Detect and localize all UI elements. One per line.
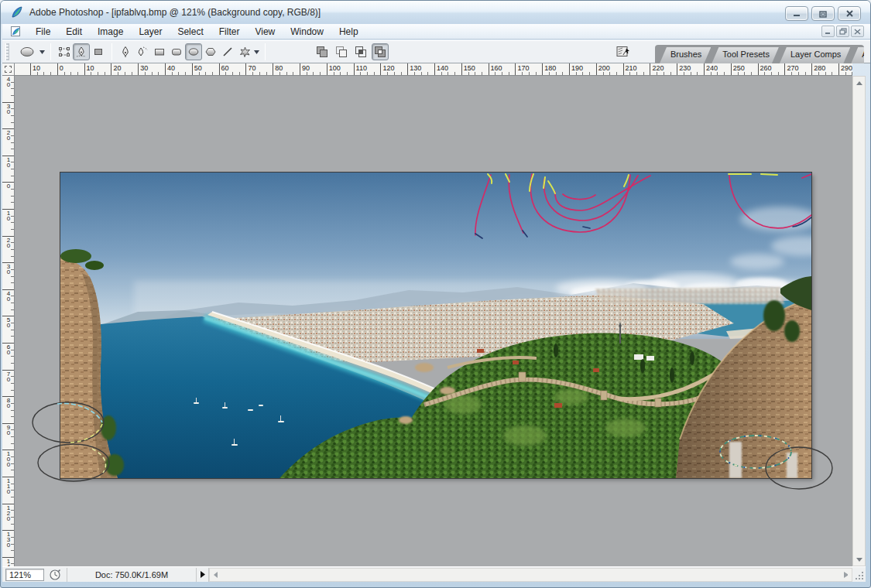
polygon-tool-button[interactable]	[202, 43, 219, 60]
menu-edit[interactable]: Edit	[58, 25, 90, 39]
h-ruler-minor-tick	[475, 72, 475, 75]
menu-filter[interactable]: Filter	[211, 25, 248, 39]
v-ruler-minor-tick	[11, 229, 14, 230]
h-ruler-label: 250	[733, 64, 745, 72]
h-ruler-minor-tick	[562, 72, 563, 75]
v-ruler-minor-tick	[11, 510, 14, 511]
menu-image[interactable]: Image	[90, 25, 131, 39]
subtract-shape-area-button[interactable]	[333, 43, 350, 60]
v-ruler-minor-tick	[11, 484, 14, 484]
scroll-up-arrow[interactable]	[853, 77, 865, 89]
h-ruler-minor-tick	[334, 72, 334, 75]
custom-shape-tool-button[interactable]	[236, 43, 253, 60]
custom-shape-dropdown-arrow[interactable]	[253, 43, 260, 60]
exclude-shape-area-button[interactable]	[372, 43, 389, 60]
vertical-ruler[interactable]: 4030201001020304050607080901001101201301…	[2, 76, 15, 566]
close-button[interactable]	[838, 6, 861, 21]
file-browser-button[interactable]	[615, 43, 632, 60]
scroll-left-arrow[interactable]	[210, 569, 221, 581]
h-ruler-minor-tick	[98, 72, 98, 75]
h-ruler-minor-tick	[576, 72, 577, 75]
h-ruler-tick	[273, 63, 273, 76]
menu-select[interactable]: Select	[170, 25, 211, 39]
ruler-origin-box[interactable]	[2, 63, 15, 76]
options-bar: BrushesTool PresetsLayer CompsActions	[2, 40, 870, 63]
add-shape-icon	[315, 45, 329, 59]
v-ruler-minor-tick	[11, 108, 14, 109]
h-ruler-minor-tick	[468, 72, 469, 75]
palette-tab-actions[interactable]: Actions	[851, 47, 864, 63]
title-bar[interactable]: Adobe Photoshop - [ipfablvq.bmp @ 121% (…	[1, 1, 870, 24]
v-ruler-minor-tick	[11, 323, 14, 323]
doc-size-info[interactable]: Doc: 750.0K/1.69M	[67, 568, 197, 582]
status-menu-arrow[interactable]	[197, 568, 209, 582]
scroll-right-arrow[interactable]	[840, 569, 852, 581]
h-ruler-minor-tick	[609, 72, 610, 75]
shape-layers-button[interactable]	[56, 43, 73, 60]
v-ruler-minor-tick	[11, 142, 14, 143]
menu-window[interactable]: Window	[283, 25, 331, 39]
zoom-level-field[interactable]: 121%	[5, 569, 44, 581]
fill-pixels-button[interactable]	[90, 43, 107, 60]
h-ruler-tick	[434, 63, 435, 76]
options-bar-grip[interactable]	[5, 43, 9, 60]
h-ruler-minor-tick	[199, 72, 200, 75]
h-ruler-minor-tick	[629, 72, 630, 75]
add-shape-area-button[interactable]	[314, 43, 331, 60]
menu-help[interactable]: Help	[331, 25, 366, 39]
canvas-area[interactable]	[15, 76, 852, 566]
menu-view[interactable]: View	[247, 25, 283, 39]
doc-minimize-button[interactable]	[821, 26, 835, 37]
freeform-pen-tool-button[interactable]	[134, 43, 151, 60]
palette-tab-layer-comps[interactable]: Layer Comps	[780, 47, 850, 63]
h-ruler-tick	[542, 63, 543, 76]
v-ruler-minor-tick	[11, 176, 14, 176]
v-ruler-minor-tick	[11, 390, 14, 391]
h-ruler-minor-tick	[536, 72, 537, 75]
h-ruler-minor-tick	[320, 72, 321, 75]
tool-preset-dropdown-arrow[interactable]	[39, 43, 46, 60]
h-ruler-minor-tick	[387, 72, 388, 75]
v-ruler-minor-tick	[11, 350, 14, 350]
resize-grip[interactable]	[852, 568, 866, 582]
palette-tab-tool-presets[interactable]: Tool Presets	[712, 47, 779, 63]
h-ruler-tick	[677, 63, 677, 76]
arrow-right-icon	[201, 571, 205, 578]
ruler-origin-icon	[5, 66, 12, 73]
h-ruler-tick	[704, 63, 705, 76]
rounded-rectangle-tool-button[interactable]	[168, 43, 185, 60]
v-ruler-minor-tick	[11, 524, 14, 525]
h-ruler-minor-tick	[132, 72, 132, 75]
intersect-shape-area-button[interactable]	[352, 43, 369, 60]
doc-close-button[interactable]	[851, 26, 864, 37]
freeform-pen-icon	[135, 46, 149, 58]
h-ruler-minor-tick	[724, 72, 725, 75]
document-icon	[10, 26, 22, 37]
h-ruler-tick	[784, 63, 785, 76]
restore-button[interactable]	[811, 6, 835, 21]
h-ruler-label: 290	[841, 64, 852, 72]
rectangle-tool-button[interactable]	[151, 43, 168, 60]
menu-file[interactable]: File	[28, 25, 58, 39]
h-ruler-minor-tick	[818, 72, 819, 75]
horizontal-ruler[interactable]: 1001020304050607080901001101201301401501…	[15, 63, 852, 76]
h-ruler-minor-tick	[414, 72, 415, 75]
v-ruler-minor-tick	[11, 544, 14, 545]
palette-well: BrushesTool PresetsLayer CompsActions	[655, 45, 864, 63]
paths-button[interactable]	[73, 43, 90, 60]
vertical-scrollbar[interactable]	[852, 76, 866, 566]
minimize-button[interactable]	[785, 6, 808, 21]
tool-preset-ellipse-button[interactable]	[15, 43, 39, 60]
h-ruler-minor-tick	[502, 72, 502, 75]
v-ruler-minor-tick	[11, 443, 14, 444]
menu-layer[interactable]: Layer	[131, 25, 170, 39]
palette-tab-brushes[interactable]: Brushes	[660, 47, 711, 63]
document-image[interactable]	[60, 173, 811, 478]
line-tool-button[interactable]	[219, 43, 236, 60]
h-ruler-label: 270	[787, 64, 798, 72]
scroll-down-arrow[interactable]	[853, 553, 865, 566]
horizontal-scrollbar[interactable]	[209, 568, 852, 582]
pen-tool-button[interactable]	[117, 43, 134, 60]
ellipse-tool-button[interactable]	[185, 43, 202, 60]
doc-restore-button[interactable]	[836, 26, 849, 37]
